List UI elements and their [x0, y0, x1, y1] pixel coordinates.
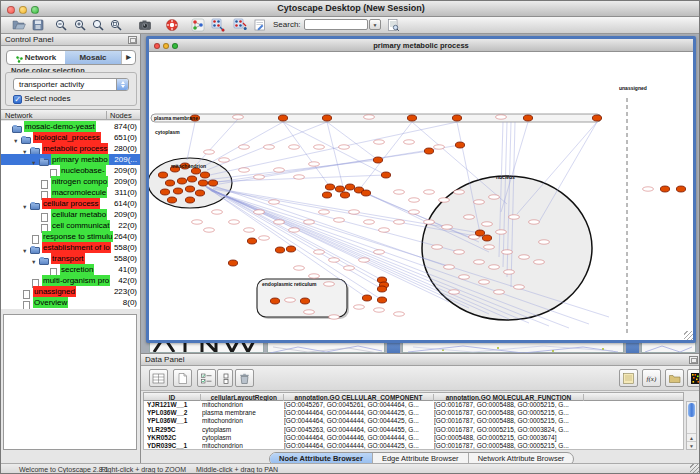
tab-network[interactable]: Network [7, 51, 65, 64]
notes-icon[interactable] [619, 369, 638, 387]
network-view-window[interactable]: primary metabolic process plasma membran… [146, 36, 696, 343]
app-window: Cytoscape Desktop (New Session) Search: … [0, 0, 700, 474]
table-row[interactable]: YPL036W__1mitochondrion[GO:0044464, GO:0… [144, 417, 683, 425]
snapshot-icon[interactable] [137, 18, 153, 33]
float-panel-icon[interactable] [689, 356, 698, 364]
node-color-dropdown[interactable]: transporter activity [13, 78, 129, 91]
zoom-selected-icon[interactable] [108, 18, 124, 33]
tree-row[interactable]: response to stimulu264(0) [1, 231, 140, 242]
table-cell: [GO:0044464, GO:0044444, GO:0044425, G..… [284, 442, 432, 450]
tree-row[interactable]: nitrogen compo209(0) [1, 176, 140, 187]
table-cell: mitochondrion [202, 417, 282, 425]
tree-item-node-count: 41(0) [118, 264, 137, 275]
tree-row[interactable]: ▼metabolic process280(0) [1, 143, 140, 154]
select-nodes-row: ✓ Select nodes [13, 94, 71, 104]
tree-item-label: macromolecule [51, 187, 107, 198]
tabs-overflow-button[interactable]: ▶ [121, 51, 135, 64]
layout-network-b-icon[interactable] [232, 18, 248, 33]
select-nodes-checkbox[interactable]: ✓ [13, 95, 22, 104]
float-panel-icon[interactable] [128, 36, 137, 44]
enhanced-search-icon[interactable] [385, 18, 401, 33]
tree-row[interactable]: nucleobase-209(0) [1, 165, 140, 176]
table-cell: [GO:0044464, GO:0044444, GO:0044425, G..… [284, 417, 432, 425]
zoom-out-icon[interactable] [53, 18, 69, 33]
tree-item-label: primary metabo [51, 154, 109, 165]
save-icon[interactable] [30, 18, 46, 33]
tree-row[interactable]: secretion41(0) [1, 264, 140, 275]
tree-header: Network Nodes [1, 109, 140, 120]
table-row[interactable]: YKR052Ccytoplasm[GO:0044464, GO:0044446,… [144, 434, 683, 442]
formula-icon[interactable]: f(x) [642, 369, 661, 387]
tree-item-node-count: 209(0) [114, 176, 137, 187]
help-ring-icon[interactable] [164, 18, 180, 33]
table-scrollbar[interactable]: ▲ ▼ [686, 401, 697, 450]
import-attributes-icon[interactable] [665, 369, 684, 387]
tree-item-node-count: 223(0) [114, 286, 137, 297]
network-canvas[interactable]: plasma membranecytoplasmmitochondrionnuc… [149, 52, 693, 340]
window-resize-grip[interactable] [684, 331, 693, 340]
table-cell: [GO:0016787, GO:0005488, GO:0005215, G..… [434, 442, 582, 450]
tree-row[interactable]: ▼transport558(0) [1, 253, 140, 264]
tree-row[interactable]: unassigned223(0) [1, 286, 140, 297]
tree-row[interactable]: ▼biological_process651(0) [1, 132, 140, 143]
control-panel-title: Control Panel [5, 35, 53, 44]
tree-item-label: nucleobase- [60, 165, 106, 176]
layout-network-a-icon[interactable] [210, 18, 226, 33]
network-window-titlebar[interactable]: primary metabolic process [149, 39, 693, 52]
svg-text:mitochondrion: mitochondrion [171, 163, 206, 169]
table-cell: YPL036W__1 [147, 417, 199, 425]
table-cell: [GO:0005488, GO:0005215, GO:0003674] [434, 434, 582, 442]
app-resize-grip[interactable] [690, 464, 700, 474]
tree-item-label: cellular metabo [51, 209, 107, 220]
select-attributes-icon[interactable] [197, 369, 216, 387]
tree-item-node-count: 22(0) [118, 220, 137, 231]
attribute-matrix-icon[interactable] [149, 369, 168, 387]
tree-row[interactable]: cellular metabo209(0) [1, 209, 140, 220]
delete-attribute-icon[interactable] [235, 369, 254, 387]
tree-item-node-count: 651(0) [114, 132, 137, 143]
birdseye-view-panel[interactable] [3, 314, 137, 450]
heatmap-icon[interactable] [687, 369, 700, 387]
tree-row[interactable]: mosaic-demo-yeast874(0) [1, 121, 140, 132]
control-panel-header: Control Panel [1, 34, 140, 46]
tree-row[interactable]: cell communicat22(0) [1, 220, 140, 231]
scroll-up-button[interactable]: ▲ [687, 433, 696, 441]
tree-row[interactable]: Overview8(0) [1, 297, 140, 308]
tree-row[interactable]: multi-organism pro42(0) [1, 275, 140, 286]
tab-mosaic[interactable]: Mosaic [65, 51, 121, 64]
vizmapper-icon[interactable] [190, 18, 206, 33]
zoom-in-icon[interactable] [72, 18, 88, 33]
table-row[interactable]: YDR039C__1mitochondrion[GO:0044464, GO:0… [144, 442, 683, 450]
table-row[interactable]: YPL036W__2plasma membrane[GO:0044464, GO… [144, 409, 683, 417]
tree-col-network[interactable]: Network [5, 111, 33, 120]
tree-item-node-count: 8(0) [123, 297, 137, 308]
svg-text:plasma membrane: plasma membrane [154, 115, 198, 121]
scroll-down-button[interactable]: ▼ [687, 441, 696, 449]
open-icon[interactable] [11, 18, 27, 33]
table-cell: YDR039C__1 [147, 442, 199, 450]
tree-item-node-count: 311(0) [114, 187, 137, 198]
search-input[interactable] [304, 19, 368, 30]
tree-col-nodes[interactable]: Nodes [106, 111, 132, 120]
new-attribute-icon[interactable] [173, 369, 192, 387]
table-row[interactable]: YJR121W__1mitochondrion[GO:0045267, GO:0… [144, 401, 683, 409]
tree-item-label: establishment of lo [42, 242, 111, 253]
search-dropdown-button[interactable]: ▼ [369, 19, 381, 30]
annotation-icon[interactable] [252, 18, 268, 33]
tree-item-node-count: 558(0) [114, 242, 137, 253]
zoom-fit-icon[interactable] [90, 18, 106, 33]
tree-row[interactable]: macromolecule311(0) [1, 187, 140, 198]
tree-item-node-count: 874(0) [114, 121, 137, 132]
unselect-attributes-icon[interactable] [217, 369, 233, 387]
tree-item-label: Overview [33, 297, 68, 308]
table-cell: YKR052C [147, 434, 199, 442]
tab-network-label: Network [25, 51, 57, 64]
tree-row[interactable]: ▼cellular process614(0) [1, 198, 140, 209]
tree-row[interactable]: ▼establishment of lo558(0) [1, 242, 140, 253]
scrollbar-thumb[interactable] [688, 403, 695, 417]
data-panel-title: Data Panel [145, 355, 185, 364]
tree-row[interactable]: ▼primary metabo209(... [1, 154, 140, 165]
table-row[interactable]: YLR295Ccytoplasm[GO:0045263, GO:0044464,… [144, 426, 683, 434]
control-panel-tabs: Network Mosaic ▶ [6, 50, 136, 65]
tree-item-node-count: 42(0) [118, 275, 137, 286]
